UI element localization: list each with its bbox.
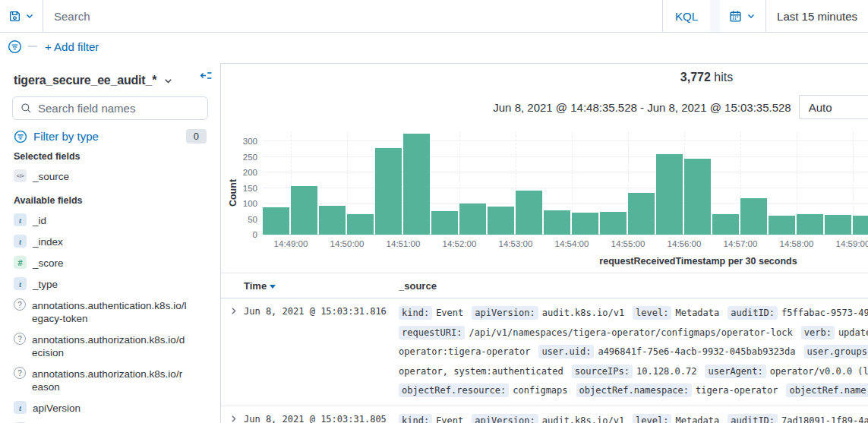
saved-query-menu-button[interactable] <box>0 0 43 32</box>
histogram-bar[interactable] <box>544 210 570 235</box>
histogram-bar[interactable] <box>825 215 851 235</box>
string-field-icon: t <box>14 213 27 226</box>
field-item-apiVersion[interactable]: tapiVersion <box>14 401 208 415</box>
filter-icon[interactable] <box>8 39 22 54</box>
field-item-_type[interactable]: t_type <box>14 277 208 291</box>
histogram-bar[interactable] <box>628 193 655 235</box>
chart-header-row: Jun 8, 2021 @ 14:48:35.528 - Jun 8, 2021… <box>221 95 868 119</box>
row-source: kind:EventapiVersion:audit.k8s.io/v1leve… <box>399 304 868 401</box>
histogram-bar[interactable] <box>712 214 739 235</box>
interval-select[interactable]: Auto <box>799 95 868 119</box>
table-row: Jun 8, 2021 @ 15:03:31.816kind:EventapiV… <box>221 298 868 406</box>
histogram-bar[interactable] <box>431 211 458 235</box>
y-tick-label: 150 <box>243 184 257 193</box>
field-name-mark: objectRef.name: <box>786 384 868 397</box>
field-item-_score[interactable]: #_score <box>14 256 208 270</box>
field-label: _index <box>33 235 188 248</box>
calendar-menu-button[interactable] <box>720 0 766 32</box>
histogram-bar[interactable] <box>375 148 402 235</box>
field-search-input[interactable] <box>38 102 200 115</box>
save-icon <box>8 10 21 23</box>
x-tick-label: 14:56:00 <box>668 239 702 248</box>
filter-by-type-button[interactable]: Filter by type 0 <box>14 129 207 144</box>
histogram-bar[interactable] <box>797 214 823 235</box>
field-name-mark: user.uid: <box>538 345 594 358</box>
histogram-bar[interactable] <box>291 186 317 235</box>
kql-language-button[interactable]: KQL <box>662 0 710 32</box>
field-value: Event <box>436 308 463 318</box>
expand-row-icon[interactable] <box>221 412 244 423</box>
plot-area <box>263 131 868 235</box>
expand-row-icon[interactable] <box>221 304 244 401</box>
y-tick-label: 300 <box>243 137 257 146</box>
histogram-bar[interactable] <box>684 159 711 235</box>
histogram-bar[interactable] <box>740 198 767 235</box>
x-axis-labels: 14:49:0014:50:0014:51:0014:52:0014:53:00… <box>263 239 868 251</box>
histogram-bar[interactable] <box>319 206 346 235</box>
field-name-mark: kind: <box>399 414 432 423</box>
field-item-_id[interactable]: t_id <box>14 213 208 227</box>
fields-sidebar: tigera_secure_ee_audit_* Fi <box>0 60 220 423</box>
x-tick-label: 14:57:00 <box>724 239 758 248</box>
sort-desc-icon <box>270 285 276 289</box>
time-range-display: Jun 8, 2021 @ 14:48:35.528 - Jun 8, 2021… <box>493 101 791 114</box>
discover-main-panel: 3,772 hits Jun 8, 2021 @ 14:48:35.528 - … <box>220 63 868 423</box>
histogram-bar[interactable] <box>263 207 289 235</box>
selected-fields-heading: Selected fields <box>14 151 208 162</box>
field-item-annotations.authentication.k8s.io/legacy-token[interactable]: ?annotations.authentication.k8s.io/legac… <box>14 298 208 325</box>
field-item-annotations.authorization.k8s.io/reason[interactable]: ?annotations.authorization.k8s.io/reason <box>14 367 208 393</box>
field-value: 7ad18091-1f89-4a97- <box>781 415 868 423</box>
y-tick-label: 250 <box>243 153 257 162</box>
x-tick-label: 14:59:00 <box>836 239 868 248</box>
collapse-sidebar-icon[interactable] <box>200 69 213 82</box>
histogram-bar[interactable] <box>488 207 514 235</box>
field-name-mark: verb: <box>801 326 835 339</box>
histogram-bar[interactable] <box>347 214 374 235</box>
field-name-mark: sourceIPs: <box>572 365 633 378</box>
histogram-bar[interactable] <box>459 204 486 235</box>
string-field-icon: t <box>14 401 27 414</box>
gridline <box>263 156 868 157</box>
field-value: operator:tigera-operator <box>399 346 530 357</box>
filter-by-type-label: Filter by type <box>33 130 180 143</box>
row-source: kind:EventapiVersion:audit.k8s.io/v1leve… <box>399 412 868 423</box>
calendar-icon <box>729 10 742 23</box>
unknown-field-icon: ? <box>14 298 26 311</box>
field-item-_index[interactable]: t_index <box>14 235 208 248</box>
string-field-icon: t <box>14 277 27 290</box>
field-value: Metadata <box>675 415 719 423</box>
search-input[interactable] <box>43 10 662 23</box>
histogram-bar[interactable] <box>656 154 683 235</box>
field-name-mark: apiVersion: <box>472 414 538 423</box>
add-filter-button[interactable]: + Add filter <box>45 40 99 53</box>
x-tick-label: 14:52:00 <box>443 239 477 248</box>
gridline <box>263 203 868 204</box>
gridline <box>263 140 868 141</box>
histogram-bar[interactable] <box>853 216 868 235</box>
field-value: operator, system:authenticated <box>399 366 563 377</box>
time-column-header[interactable]: Time <box>244 280 399 292</box>
search-icon <box>21 103 32 114</box>
time-range-button[interactable]: Last 15 minutes <box>766 10 868 23</box>
document-table: Jun 8, 2021 @ 15:03:31.816kind:EventapiV… <box>221 298 868 423</box>
field-name-mark: objectRef.namespace: <box>576 384 693 397</box>
histogram-bar[interactable] <box>572 213 598 235</box>
field-value: Metadata <box>675 308 719 318</box>
hits-count: 3,772 <box>680 71 711 84</box>
histogram-bar[interactable] <box>403 134 430 235</box>
histogram-bar[interactable] <box>516 191 542 235</box>
field-value: f5ffabac-9573-4918-a <box>781 308 868 318</box>
field-item-_source[interactable]: </>_source <box>14 169 208 183</box>
index-pattern-switcher[interactable]: tigera_secure_ee_audit_* <box>14 74 208 87</box>
field-name-mark: auditID: <box>728 306 778 320</box>
source-line: kind:EventapiVersion:audit.k8s.io/v1leve… <box>399 304 868 324</box>
source-field-icon: </> <box>14 169 27 182</box>
chevron-down-icon <box>24 11 35 21</box>
histogram-chart: Count 050100150200250300 14:49:0014:50:0… <box>221 122 868 271</box>
histogram-bar[interactable] <box>769 216 795 235</box>
x-tick-label: 14:51:00 <box>387 239 421 248</box>
field-item-annotations.authorization.k8s.io/decision[interactable]: ?annotations.authorization.k8s.io/decisi… <box>14 333 208 359</box>
histogram-bar[interactable] <box>600 212 627 235</box>
x-tick-label: 14:54:00 <box>555 239 589 248</box>
field-value: audit.k8s.io/v1 <box>542 308 624 318</box>
